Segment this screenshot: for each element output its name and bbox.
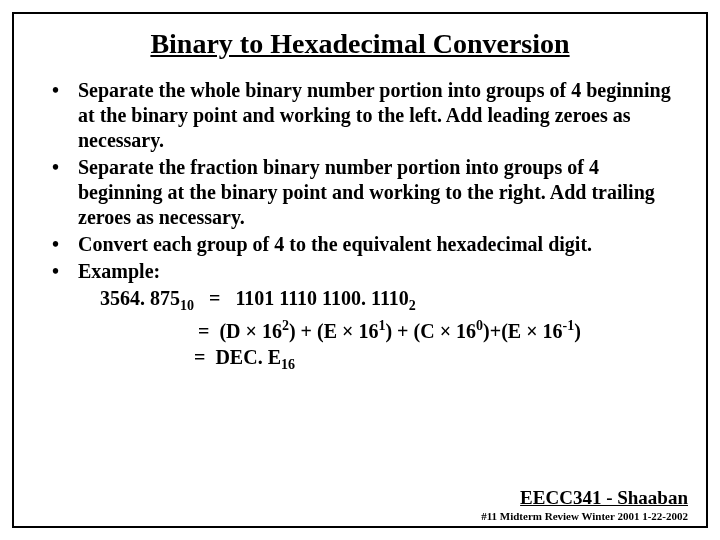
paren: )	[574, 319, 581, 341]
binary-base: 2	[409, 298, 416, 313]
paren: )	[483, 319, 490, 341]
radix: 16	[456, 319, 476, 341]
exp: -1	[563, 318, 575, 333]
times-sign: ×	[440, 319, 451, 341]
binary-value: 1101 1110 1100. 1110	[235, 287, 408, 309]
bullet-item: Convert each group of 4 to the equivalen…	[36, 232, 684, 257]
term: E	[324, 319, 337, 341]
example-block: 3564. 87510 = 1101 1110 1100. 11102 = (D…	[36, 286, 684, 374]
bullet-item: Separate the whole binary number portion…	[36, 78, 684, 153]
equals-sign: =	[194, 346, 205, 368]
slide-footer: EECC341 - Shaaban #11 Midterm Review Win…	[481, 487, 688, 522]
term: E	[508, 319, 521, 341]
bullet-list: Separate the whole binary number portion…	[36, 78, 684, 284]
paren: )	[385, 319, 392, 341]
times-sign: ×	[342, 319, 353, 341]
exp: 2	[282, 318, 289, 333]
slide-title: Binary to Hexadecimal Conversion	[36, 28, 684, 60]
decimal-base: 10	[180, 298, 194, 313]
paren: )	[289, 319, 296, 341]
bullet-item: Example:	[36, 259, 684, 284]
plus-sign: +	[301, 319, 312, 341]
example-line-1: 3564. 87510 = 1101 1110 1100. 11102	[100, 286, 684, 315]
term: C	[420, 319, 434, 341]
plus-sign: +	[490, 319, 501, 341]
example-line-2: = (D × 162) + (E × 161) + (C × 160)+(E ×…	[100, 317, 684, 344]
equals-sign: =	[198, 319, 209, 341]
footer-meta: #11 Midterm Review Winter 2001 1-22-2002	[481, 510, 688, 522]
slide-content: Separate the whole binary number portion…	[36, 78, 684, 374]
bullet-item: Separate the fraction binary number port…	[36, 155, 684, 230]
hex-value: DEC. E	[215, 346, 281, 368]
term: D	[226, 319, 240, 341]
radix: 16	[543, 319, 563, 341]
exp: 0	[476, 318, 483, 333]
paren: (	[317, 319, 324, 341]
plus-sign: +	[397, 319, 408, 341]
times-sign: ×	[246, 319, 257, 341]
radix: 16	[358, 319, 378, 341]
paren: (	[501, 319, 508, 341]
times-sign: ×	[526, 319, 537, 341]
equals-sign: =	[209, 287, 220, 309]
hex-base: 16	[281, 357, 295, 372]
example-line-3: = DEC. E16	[100, 345, 684, 374]
footer-course: EECC341 - Shaaban	[481, 487, 688, 509]
decimal-value: 3564. 875	[100, 287, 180, 309]
slide: Binary to Hexadecimal Conversion Separat…	[12, 12, 708, 528]
radix: 16	[262, 319, 282, 341]
